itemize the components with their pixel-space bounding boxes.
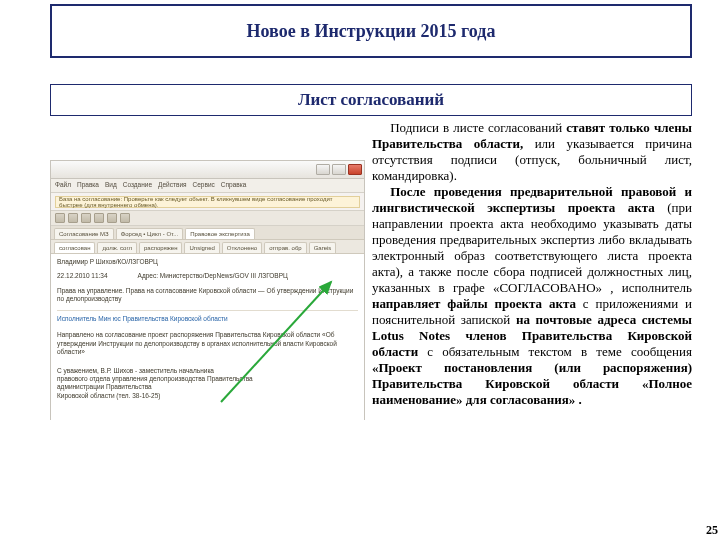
toolbar-icon (55, 213, 65, 223)
tab: Unsigned (184, 242, 219, 253)
author-value: Владимир Р Шихов/КО/ЛЗГОВРЦ (57, 258, 158, 265)
tab: Gareis (309, 242, 337, 253)
menu-item: Создание (123, 182, 152, 189)
subtitle-box: Лист согласований (50, 84, 692, 116)
tab: Форсед • Цикл - От... (116, 228, 183, 239)
section-title: Лист согласований (298, 90, 444, 110)
text-bold: После проведения предваритель­ной правов… (372, 184, 692, 215)
window-max-icon (332, 164, 346, 175)
tabstrip-lower: согласован долж. согл распоряжен Unsigne… (51, 240, 364, 254)
document-body: Владимир Р Шихов/КО/ЛЗГОВРЦ 22.12.2010 1… (51, 254, 364, 436)
menu-item: Справка (221, 182, 247, 189)
toolbar-icon (94, 213, 104, 223)
toolbar-icon (68, 213, 78, 223)
toolbar-icon (107, 213, 117, 223)
app-screenshot: Файл Правка Вид Создание Действия Сервис… (50, 160, 365, 420)
sign-line: правового отдела управления делопроизвод… (57, 375, 253, 382)
tab: распоряжен (139, 242, 182, 253)
alert-text: База на согласование: Проверьте как след… (59, 196, 356, 208)
menubar: Файл Правка Вид Создание Действия Сервис… (51, 179, 364, 193)
tab: согласован (54, 242, 95, 253)
heading-value: Направлено на согласование проект распор… (57, 331, 337, 355)
menu-item: Правка (77, 182, 99, 189)
window-titlebar (51, 161, 364, 179)
tab: Правовое экспертиза (185, 228, 255, 239)
date-value: 22.12.2010 11:34 (57, 272, 108, 280)
note-value: Исполнитель Мин юс Правительства Кировск… (57, 315, 228, 322)
menu-item: Сервис (193, 182, 215, 189)
tab: отправ. обр (264, 242, 307, 253)
tabstrip-upper: Согласование МЗ Форсед • Цикл - От... Пр… (51, 226, 364, 240)
paragraph: Подписи в листе согласований ставят толь… (372, 120, 692, 184)
toolbar (51, 210, 364, 226)
text-run: с обязательным текстом в теме сообщения (427, 344, 692, 359)
menu-item: Действия (158, 182, 186, 189)
menu-item: Вид (105, 182, 117, 189)
content-area: Файл Правка Вид Создание Действия Сервис… (50, 120, 692, 532)
toolbar-icon (120, 213, 130, 223)
alert-banner: База на согласование: Проверьте как след… (55, 196, 360, 208)
body-text: Подписи в листе согласований ставят толь… (372, 120, 692, 532)
text-bold: направляет файлы проекта акта (372, 296, 583, 311)
tab: долж. согл (97, 242, 137, 253)
sign-line: Кировской области (тел. 38-16-25) (57, 392, 160, 399)
tab: Отклонено (222, 242, 262, 253)
text-run: Подписи в листе согласований (390, 120, 566, 135)
window-close-icon (348, 164, 362, 175)
menu-item: Файл (55, 182, 71, 189)
dept-value: Адрес: Министерство/DepNews/GOV III ЛЗГО… (138, 272, 288, 280)
page-title: Новое в Инструкции 2015 года (247, 21, 496, 42)
window-min-icon (316, 164, 330, 175)
divider (57, 310, 358, 311)
toolbar-icon (81, 213, 91, 223)
paragraph: После проведения предваритель­ной правов… (372, 184, 692, 408)
text-bold: «Проект постановления (или распо­ряжения… (372, 360, 692, 407)
tab: Согласование МЗ (54, 228, 114, 239)
subject-value: Права на управление. Права на согласован… (57, 287, 353, 302)
sign-line: администрации Правительства (57, 383, 152, 390)
page-number: 25 (706, 523, 718, 538)
sign-line: С уважением, В.Р. Шихов - заместитель на… (57, 367, 214, 374)
title-box: Новое в Инструкции 2015 года (50, 4, 692, 58)
